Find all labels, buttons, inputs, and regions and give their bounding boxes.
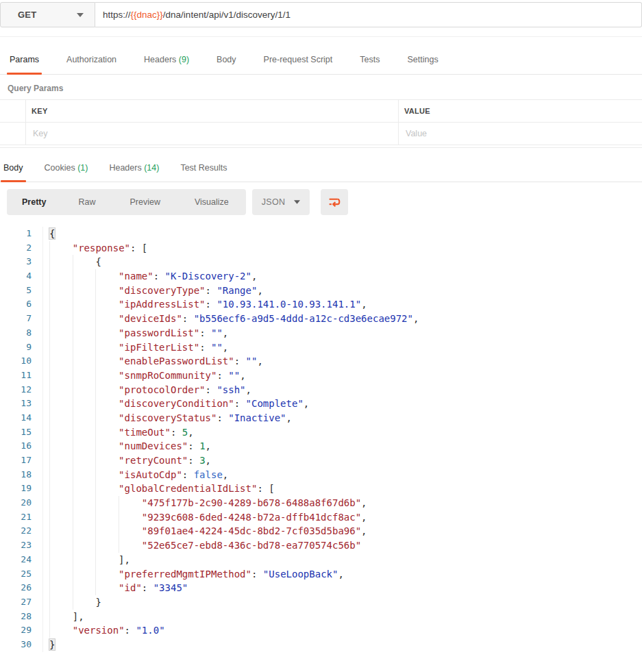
json-punctuation-token: ], xyxy=(119,554,130,565)
indent-guide xyxy=(73,354,96,369)
language-dropdown[interactable]: JSON xyxy=(252,189,310,215)
indent-guide xyxy=(73,269,96,284)
tab-pre-request-script[interactable]: Pre-request Script xyxy=(262,55,334,74)
code-line: 26"id": "3345" xyxy=(0,581,642,595)
indent-guide xyxy=(49,623,73,638)
indent-guide xyxy=(95,581,119,595)
json-bracket-token: { xyxy=(49,228,55,239)
json-punctuation-token: : xyxy=(217,370,228,381)
view-option-pretty[interactable]: Pretty xyxy=(7,189,61,215)
indent-guide xyxy=(95,567,119,582)
code-line-content: } xyxy=(42,638,55,652)
json-punctuation-token: , xyxy=(304,398,309,409)
code-line-content: "snmpRoCommunity": "", xyxy=(42,369,246,383)
json-punctuation-token: : xyxy=(153,271,165,282)
response-tab-body[interactable]: Body xyxy=(2,163,25,182)
json-punctuation-token: , xyxy=(240,370,245,381)
code-line: 7"deviceIds": "b556ecf6-a9d5-4ddd-a12c-c… xyxy=(0,312,642,326)
indent-guide xyxy=(95,326,119,340)
code-line-content: } xyxy=(42,595,101,610)
code-line-content: "id": "3345" xyxy=(42,581,188,595)
tab-settings[interactable]: Settings xyxy=(406,55,439,74)
indent-guide xyxy=(73,567,96,582)
code-line-content: "ipFilterList": "", xyxy=(42,340,228,355)
code-line: 14"discoveryStatus": "Inactive", xyxy=(0,411,642,425)
tab-headers[interactable]: Headers (9) xyxy=(143,55,190,74)
json-key-token: "discoveryCondition" xyxy=(119,398,234,409)
response-tab-headers[interactable]: Headers (14) xyxy=(108,163,160,182)
view-option-raw[interactable]: Raw xyxy=(61,189,112,215)
code-line: 25"preferredMgmtIPMethod": "UseLoopBack"… xyxy=(0,567,642,582)
response-body-editor[interactable]: 1{2"response": [3{4"name": "K-Discovery-… xyxy=(0,227,642,652)
query-param-row xyxy=(0,123,642,145)
response-tab-test-results[interactable]: Test Results xyxy=(179,163,228,182)
indent-guide xyxy=(73,255,96,269)
json-boolean-token: false xyxy=(194,469,223,480)
line-number: 13 xyxy=(0,397,32,411)
url-input[interactable]: https://{{dnac}}/dna/intent/api/v1/disco… xyxy=(95,2,642,27)
json-punctuation-token: { xyxy=(95,256,101,267)
indent-guide xyxy=(73,425,96,440)
json-number-token: 5 xyxy=(182,427,188,438)
code-line: 19"globalCredentialIdList": [ xyxy=(0,482,642,496)
tab-tests[interactable]: Tests xyxy=(358,55,381,74)
indent-guide xyxy=(73,581,96,595)
tab-label: Cookies xyxy=(45,163,75,173)
code-line-content: "475f177b-2c90-4289-b678-6488a8f67d6b", xyxy=(42,496,367,510)
response-tab-cookies[interactable]: Cookies (1) xyxy=(43,163,90,182)
json-punctuation-token: , xyxy=(251,271,257,282)
line-number: 20 xyxy=(0,496,32,510)
indent-guide xyxy=(49,269,73,284)
method-dropdown[interactable]: GET xyxy=(0,2,95,27)
json-key-token: "name" xyxy=(119,271,153,282)
wrap-lines-button[interactable] xyxy=(321,189,348,215)
json-key-token: "retryCount" xyxy=(119,455,188,466)
code-line: 8"passwordList": "", xyxy=(0,326,642,340)
response-toolbar: PrettyRawPreviewVisualize JSON xyxy=(0,182,642,221)
indent-guide xyxy=(73,482,96,496)
json-string-token: "52e65ce7-ebd8-436c-bd78-ea770574c56b" xyxy=(142,540,361,551)
indent-guide xyxy=(73,538,96,553)
json-punctuation-token: : xyxy=(199,342,211,353)
indent-guide xyxy=(95,312,119,326)
tab-body[interactable]: Body xyxy=(215,55,238,74)
line-number: 2 xyxy=(0,241,32,256)
tab-authorization[interactable]: Authorization xyxy=(65,55,118,74)
tab-count-badge: (14) xyxy=(142,163,160,173)
code-line-content: "retryCount": 3, xyxy=(42,453,211,468)
indent-guide xyxy=(73,340,96,355)
param-handle-column xyxy=(0,100,26,122)
line-number: 10 xyxy=(0,354,32,369)
tab-label: Authorization xyxy=(66,55,116,64)
view-option-visualize[interactable]: Visualize xyxy=(177,189,246,215)
json-key-token: "ipFilterList" xyxy=(119,342,199,353)
view-option-preview[interactable]: Preview xyxy=(112,189,177,215)
code-line-content: "globalCredentialIdList": [ xyxy=(42,482,275,496)
param-key-input[interactable] xyxy=(32,128,398,139)
json-string-token: "b556ecf6-a9d5-4ddd-a12c-cd3e6ecae972" xyxy=(194,313,413,324)
json-punctuation-token: : xyxy=(125,625,136,636)
code-line-content: "discoveryStatus": "Inactive", xyxy=(42,411,292,425)
code-line-content: "9239c608-6ded-4248-b72a-dffb41dcf8ac", xyxy=(42,510,367,525)
indent-guide xyxy=(49,411,73,425)
line-number: 9 xyxy=(0,340,32,355)
indent-guide xyxy=(49,482,73,496)
line-number: 28 xyxy=(0,610,32,624)
response-tabs: BodyCookies (1)Headers (14)Test Results xyxy=(0,151,642,182)
line-number: 24 xyxy=(0,553,32,567)
line-number: 3 xyxy=(0,255,32,269)
code-line-content: "timeOut": 5, xyxy=(42,425,194,440)
indent-guide xyxy=(73,326,96,340)
json-string-token: "Complete" xyxy=(246,398,304,409)
indent-guide xyxy=(49,581,73,595)
request-url-bar: GET https://{{dnac}}/dna/intent/api/v1/d… xyxy=(0,2,642,27)
indent-guide xyxy=(49,312,73,326)
tab-count-badge: (1) xyxy=(75,163,88,173)
line-number: 14 xyxy=(0,411,32,425)
json-punctuation-token: , xyxy=(223,327,228,338)
tab-label: Body xyxy=(3,163,23,173)
param-value-input[interactable] xyxy=(404,128,642,139)
query-params-header-row: KEY VALUE xyxy=(0,100,642,123)
code-line: 29"version": "1.0" xyxy=(0,623,642,638)
tab-params[interactable]: Params xyxy=(8,55,40,74)
